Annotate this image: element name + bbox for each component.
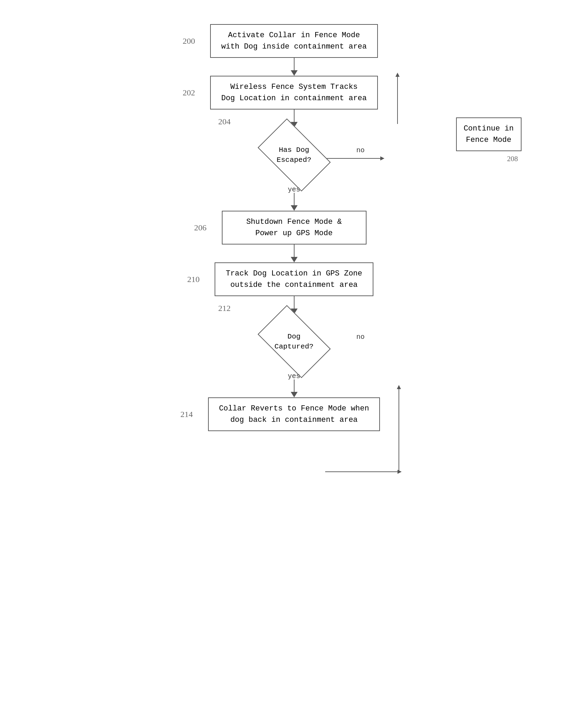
line-204-206 (294, 193, 295, 205)
box-202-text: Wireless Fence System Tracks Dog Locatio… (221, 83, 367, 103)
line-206-210 (294, 244, 295, 257)
arrowhead-200-202 (291, 70, 298, 76)
diamond-204 (257, 118, 330, 191)
box-214: Collar Reverts to Fence Mode when dog ba… (208, 397, 380, 431)
label-yes-212: yes (288, 372, 300, 380)
box-206-text: Shutdown Fence Mode & Power up GPS Mode (246, 218, 342, 238)
box-200: Activate Collar in Fence Mode with Dog i… (210, 24, 378, 58)
node-202: 202 Wireless Fence System Tracks Dog Loc… (139, 76, 449, 110)
label-yes-204: yes (288, 186, 300, 194)
label-210: 210 (187, 275, 199, 284)
line-212-214 (294, 379, 295, 392)
node-214: 214 Collar Reverts to Fence Mode when do… (139, 397, 449, 431)
arrow-212-214 (139, 379, 449, 397)
node-206: 206 Shutdown Fence Mode & Power up GPS M… (139, 211, 449, 244)
label-no-204: no (356, 146, 364, 154)
label-214: 214 (180, 410, 193, 419)
line-210-212 (294, 296, 295, 309)
node-200: 200 Activate Collar in Fence Mode with D… (139, 24, 449, 58)
box-202: Wireless Fence System Tracks Dog Locatio… (210, 76, 378, 110)
node-208: Continue in Fence Mode 208 (456, 117, 522, 151)
box-208: Continue in Fence Mode (456, 117, 522, 151)
flowchart-container: 200 Activate Collar in Fence Mode with D… (139, 10, 449, 445)
arrowhead-212-214 (291, 392, 298, 397)
node-212: 212 Dog Captured? no yes (139, 314, 449, 369)
arrowhead-206-210 (291, 257, 298, 262)
node-210: 210 Track Dog Location in GPS Zone outsi… (139, 262, 449, 296)
arrow-202-204 (139, 110, 449, 127)
label-204: 204 (218, 117, 231, 126)
arrow-206-210 (139, 244, 449, 262)
arrowhead-204-206 (291, 205, 298, 211)
line-202-204 (294, 110, 295, 122)
label-202: 202 (183, 88, 195, 97)
arrow-200-202 (139, 58, 449, 76)
svg-marker-5 (398, 470, 402, 474)
label-212: 212 (218, 304, 231, 313)
label-200: 200 (183, 37, 195, 46)
box-200-text: Activate Collar in Fence Mode with Dog i… (221, 31, 367, 51)
arrow-210-212 (139, 296, 449, 314)
box-208-text: Continue in Fence Mode (464, 124, 514, 144)
label-206: 206 (194, 223, 207, 232)
node-204: 204 Has Dog Escaped? no yes Continue in … (139, 127, 449, 183)
line-200-202 (294, 58, 295, 70)
box-214-text: Collar Reverts to Fence Mode when dog ba… (219, 404, 369, 424)
label-no-212: no (356, 333, 364, 341)
box-206: Shutdown Fence Mode & Power up GPS Mode (222, 211, 367, 244)
arrow-204-206 (139, 193, 449, 211)
box-210-text: Track Dog Location in GPS Zone outside t… (226, 269, 362, 289)
label-208: 208 (507, 155, 518, 163)
diamond-212 (257, 305, 330, 378)
box-210: Track Dog Location in GPS Zone outside t… (215, 262, 373, 296)
